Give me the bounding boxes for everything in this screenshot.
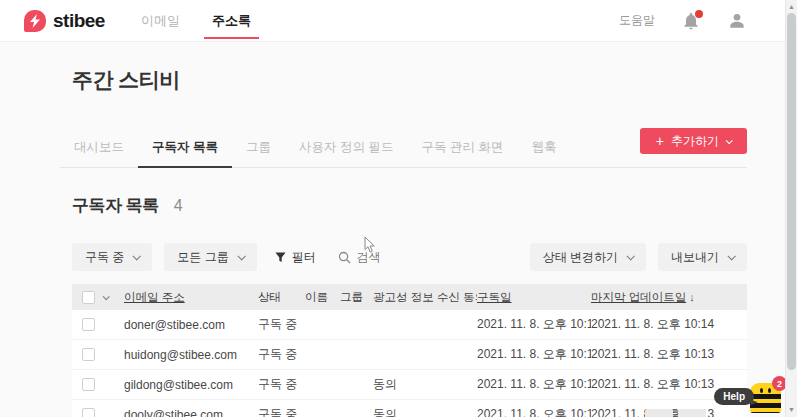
row-select-cell	[72, 318, 124, 331]
select-all-checkbox[interactable]	[82, 291, 95, 304]
toolbar: 구독 중 모든 그룹 필터 검색 상태 변경하기 내	[72, 243, 747, 271]
plus-icon: +	[656, 133, 664, 149]
bee-eye	[760, 388, 763, 393]
row-select-cell	[72, 408, 124, 417]
list-title: 구독자 목록	[72, 194, 159, 217]
table-row[interactable]: huidong@stibee.com 구독 중 2021. 11. 8. 오후 …	[72, 340, 747, 370]
cell-email: doner@stibee.com	[124, 318, 258, 332]
cell-updated: 2021. 11. 8. 오후 10:13	[591, 346, 747, 363]
search-label: 검색	[357, 249, 381, 266]
row-checkbox[interactable]	[82, 348, 95, 361]
notification-bell-icon[interactable]	[681, 11, 701, 31]
add-button[interactable]: + 추가하기	[640, 128, 747, 154]
nav-item-email[interactable]: 이메일	[141, 0, 180, 42]
table-row[interactable]: gildong@stibee.com 구독 중 동의 2021. 11. 8. …	[72, 370, 747, 400]
column-subscribed-date[interactable]: 구독일	[477, 290, 591, 305]
stibee-logo-icon	[24, 10, 46, 32]
search-icon	[338, 251, 351, 264]
cell-updated: 2021. 11. 8. 오후 10:14	[591, 316, 747, 333]
table-row[interactable]: doner@stibee.com 구독 중 2021. 11. 8. 오후 10…	[72, 310, 747, 340]
cell-email: huidong@stibee.com	[124, 348, 258, 362]
export-label: 내보내기	[671, 249, 719, 266]
chevron-down-icon	[626, 252, 634, 260]
search-button[interactable]: 검색	[338, 249, 381, 266]
filter-button[interactable]: 필터	[275, 249, 316, 266]
account-icon[interactable]	[727, 11, 747, 31]
cell-status: 구독 중	[258, 406, 305, 417]
column-email[interactable]: 이메일 주소	[124, 290, 258, 305]
cell-subscribed: 2021. 11. 8. 오후 10:13	[477, 376, 591, 393]
change-status-label: 상태 변경하기	[543, 249, 618, 266]
table-header-row: 이메일 주소 상태 이름 그룹 광고성 정보 수신 동의 구독일 마지막 업데이…	[72, 284, 747, 310]
cell-status: 구독 중	[258, 376, 305, 393]
export-button[interactable]: 내보내기	[658, 243, 747, 271]
filter-label: 필터	[292, 249, 316, 266]
nav-item-addressbook[interactable]: 주소록	[212, 0, 251, 42]
help-bubble[interactable]: Help	[714, 388, 754, 405]
toolbar-right: 상태 변경하기 내보내기	[530, 243, 747, 271]
screen: stibee 이메일 주소록 도움말 주간 스티비 대시보드 구독자 목록 그룹…	[0, 0, 797, 417]
subscriber-table: 이메일 주소 상태 이름 그룹 광고성 정보 수신 동의 구독일 마지막 업데이…	[72, 284, 747, 417]
cell-email: gildong@stibee.com	[124, 378, 258, 392]
scrollbar-thumb[interactable]	[787, 13, 796, 370]
tab-dashboard[interactable]: 대시보드	[60, 131, 138, 167]
cell-status: 구독 중	[258, 346, 305, 363]
tab-custom-fields[interactable]: 사용자 정의 필드	[285, 131, 407, 167]
cell-email: dooly@stibee.com	[124, 408, 258, 417]
row-select-cell	[72, 348, 124, 361]
help-widget[interactable]: Help 2	[714, 383, 781, 413]
top-navbar: stibee 이메일 주소록 도움말	[0, 0, 797, 42]
change-status-button[interactable]: 상태 변경하기	[530, 243, 646, 271]
column-name: 이름	[305, 290, 340, 305]
chevron-down-icon	[727, 252, 735, 260]
main-content: 주간 스티비 대시보드 구독자 목록 그룹 사용자 정의 필드 구독 관리 화면…	[0, 66, 797, 417]
select-options-chevron-icon[interactable]	[103, 293, 110, 300]
pagination-button[interactable]	[678, 409, 706, 417]
row-checkbox[interactable]	[82, 378, 95, 391]
tab-subscriber-list[interactable]: 구독자 목록	[138, 131, 232, 168]
add-button-label: 추가하기	[671, 133, 719, 150]
bee-mascot-icon[interactable]: 2	[750, 383, 781, 413]
row-checkbox[interactable]	[82, 318, 95, 331]
header-select-cell	[72, 291, 124, 304]
group-filter-dropdown[interactable]: 모든 그룹	[164, 243, 256, 271]
row-checkbox[interactable]	[82, 408, 95, 417]
row-select-cell	[72, 378, 124, 391]
tab-webhook[interactable]: 웹훅	[517, 131, 570, 167]
chevron-down-icon	[726, 137, 733, 144]
cell-subscribed: 2021. 11. 8. 오후 10:13	[477, 346, 591, 363]
pagination	[645, 409, 706, 417]
chevron-down-icon	[133, 252, 141, 260]
column-updated-label: 마지막 업데이트일	[591, 291, 686, 303]
pagination-button[interactable]	[645, 409, 673, 417]
scroll-up-arrow-icon[interactable]: ▲	[786, 3, 797, 11]
funnel-icon	[275, 252, 286, 263]
bee-eye	[768, 388, 771, 393]
group-filter-value: 모든 그룹	[177, 249, 228, 266]
tabbar: 대시보드 구독자 목록 그룹 사용자 정의 필드 구독 관리 화면 웹훅 + 추…	[60, 131, 747, 168]
cell-status: 구독 중	[258, 316, 305, 333]
column-group: 그룹	[340, 290, 373, 305]
tab-group[interactable]: 그룹	[232, 131, 285, 167]
status-filter-dropdown[interactable]: 구독 중	[72, 243, 152, 271]
cell-subscribed: 2021. 11. 8. 오후 10:14	[477, 316, 591, 333]
logo-text: stibee	[53, 10, 105, 32]
cell-consent: 동의	[373, 376, 477, 393]
chevron-down-icon	[237, 252, 245, 260]
stibee-logo[interactable]: stibee	[24, 10, 105, 32]
page-title: 주간 스티비	[72, 66, 747, 94]
column-status: 상태	[258, 290, 305, 305]
notification-dot	[695, 10, 703, 18]
navbar-right: 도움말	[619, 11, 773, 31]
status-filter-value: 구독 중	[85, 249, 124, 266]
main-nav: 이메일 주소록	[141, 0, 251, 42]
tab-subscription-page[interactable]: 구독 관리 화면	[407, 131, 517, 167]
scroll-down-arrow-icon[interactable]: ▼	[786, 406, 797, 414]
list-header: 구독자 목록 4	[72, 194, 747, 217]
cell-subscribed: 2021. 11. 8. 오후 10:12	[477, 406, 591, 417]
column-updated-date[interactable]: 마지막 업데이트일↓	[591, 290, 747, 305]
cell-consent: 동의	[373, 406, 477, 417]
help-link[interactable]: 도움말	[619, 12, 655, 29]
subscriber-count: 4	[174, 197, 183, 215]
scrollbar: ▲ ▼	[785, 0, 797, 417]
